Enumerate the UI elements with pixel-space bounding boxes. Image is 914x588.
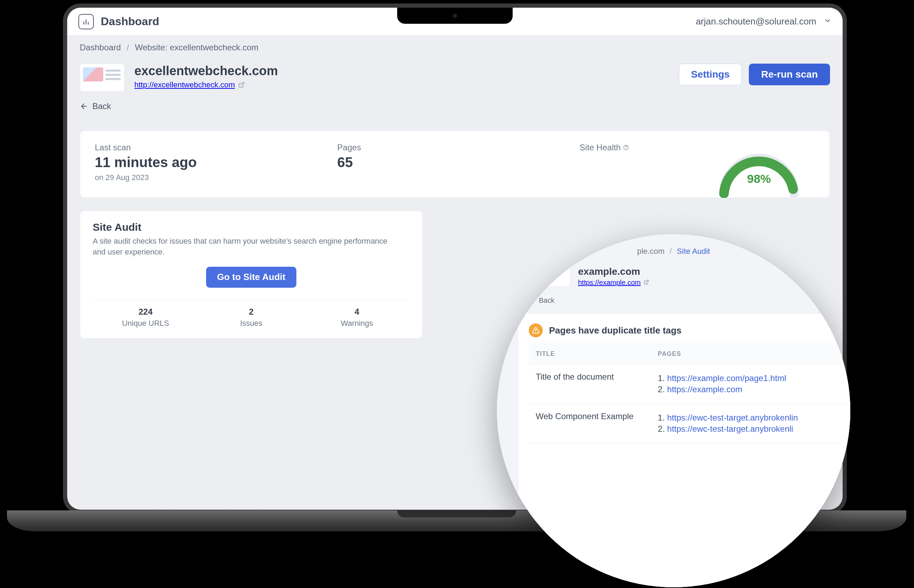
mini-stat-value: 2 [198,307,304,317]
site-name-block: excellentwebcheck.com http://excellentwe… [135,64,278,89]
stat-site-health: Site Health 98% [580,143,815,182]
back-label: Back [92,102,111,111]
health-percentage: 98% [713,172,804,186]
bar-chart-icon [82,18,90,26]
col-pages: PAGES [651,344,850,364]
back-link[interactable]: Back [80,102,111,111]
svg-point-6 [626,149,626,149]
table-row: Title of the document https://example.co… [529,364,850,404]
stat-label: Last scan [95,143,330,152]
stat-value: 65 [337,155,573,170]
zoom-callout: ple.com / Site Audit example.com https:/… [497,234,850,587]
laptop-notch [397,8,513,24]
settings-button[interactable]: Settings [679,64,742,85]
zoom-crumb-page[interactable]: Site Audit [677,247,710,255]
stats-panel: Last scan 11 minutes ago on 29 Aug 2023 … [80,131,830,198]
mini-stat-label: Issues [198,319,304,328]
mini-stat-label: Unique URLS [93,319,198,328]
svg-point-10 [535,332,536,333]
cell-pages: https://ewc-test-target.anybrokenlin htt… [651,404,850,443]
site-header: excellentwebcheck.com http://excellentwe… [80,64,830,92]
audit-mini-stats: 224 Unique URLS 2 Issues 4 Warnings [93,300,410,328]
svg-line-3 [241,82,244,85]
audit-description: A site audit checks for issues that can … [93,236,401,258]
breadcrumb-separator: / [127,43,129,52]
external-link-icon [238,82,245,88]
issue-title: Pages have duplicate title tags [549,325,682,336]
cell-title: Title of the document [529,364,651,404]
site-audit-card: Site Audit A site audit checks for issue… [80,210,423,339]
table-row: Web Component Example https://ewc-test-t… [529,404,850,443]
user-menu[interactable]: arjan.schouten@solureal.com [696,16,831,27]
zoom-site-title: example.com [578,266,649,277]
mini-stat-value: 224 [93,307,198,317]
cell-pages: https://example.com/page1.html https://e… [651,364,850,404]
site-actions: Settings Re-run scan [679,64,830,85]
breadcrumb-item-dashboard[interactable]: Dashboard [80,43,121,52]
help-icon[interactable] [623,144,629,151]
zoom-site-url-link[interactable]: https://example.com [578,279,641,287]
page-link[interactable]: https://example.com [667,384,742,394]
page-title: Dashboard [101,15,159,28]
breadcrumb-item-website: Website: excellentwebcheck.com [135,43,258,52]
rerun-scan-button[interactable]: Re-run scan [749,64,830,85]
user-email-text: arjan.schouten@solureal.com [696,16,816,27]
site-title: excellentwebcheck.com [135,64,278,78]
divider [80,118,830,118]
stat-value: 11 minutes ago [95,155,330,170]
chevron-down-icon [824,16,831,27]
audit-title: Site Audit [93,221,410,233]
app-logo[interactable] [78,14,94,29]
mini-stat-issues: 2 Issues [198,307,304,328]
zoom-issue-panel: Pages have duplicate title tags TITLE PA… [518,313,850,587]
zoom-site-header: example.com https://example.com [539,266,808,287]
zoom-back-label: Back [539,296,554,304]
breadcrumb: Dashboard / Website: excellentwebcheck.c… [67,36,843,55]
mini-stat-unique-urls: 224 Unique URLS [93,307,198,328]
page-link[interactable]: https://ewc-test-target.anybrokenlin [667,413,798,422]
col-title: TITLE [529,344,651,364]
page-link[interactable]: https://ewc-test-target.anybrokenli [667,424,793,433]
laptop-trackpad-lip [397,510,516,517]
stat-sub: on 29 Aug 2023 [95,173,330,182]
arrow-left-icon [80,102,88,110]
svg-line-7 [646,280,648,283]
go-to-site-audit-button[interactable]: Go to Site Audit [206,267,296,288]
mini-stat-label: Warnings [304,319,410,328]
duplicate-titles-table: TITLE PAGES Title of the document https:… [529,344,850,443]
mini-stat-value: 4 [304,307,410,317]
site-thumbnail [80,64,125,92]
cell-title: Web Component Example [529,404,651,443]
stat-label: Pages [337,143,573,152]
health-gauge: 98% [713,145,804,198]
page-link[interactable]: https://example.com/page1.html [667,373,786,383]
mini-stat-warnings: 4 Warnings [304,307,410,328]
external-link-icon [643,279,649,287]
warning-icon [529,323,543,338]
stat-pages: Pages 65 [337,143,573,182]
stat-label: Site Health [580,143,621,152]
zoom-crumb-site: ple.com [637,247,664,255]
site-url-link[interactable]: http://excellentwebcheck.com [135,81,235,89]
stat-last-scan: Last scan 11 minutes ago on 29 Aug 2023 [95,143,330,182]
